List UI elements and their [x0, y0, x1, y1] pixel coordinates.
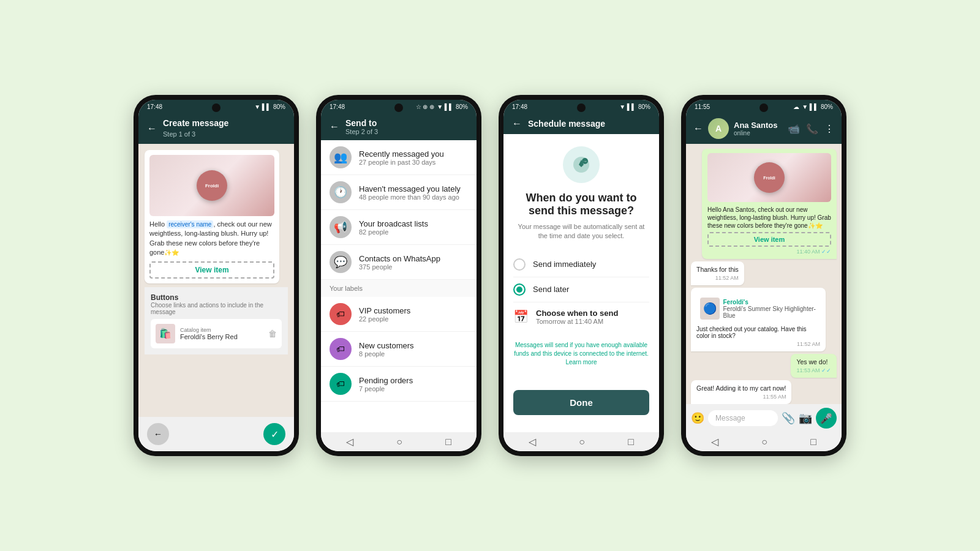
buttons-desc: Choose links and actions to include in t…	[151, 302, 282, 315]
vip-info: VIP customers 22 people	[359, 306, 410, 323]
phone-1-notch	[212, 103, 221, 112]
android-back[interactable]: ◁	[346, 436, 353, 448]
recently-info: Recently messaged you 27 people in past …	[359, 149, 444, 166]
send-immediately-option[interactable]: Send immediately	[513, 252, 649, 277]
send-to-contacts[interactable]: 💬 Contacts on WhatsApp 375 people	[321, 245, 477, 280]
phone-3-battery: 80%	[638, 103, 650, 110]
chat-message-in-3: Great! Adding it to my cart now! 11:55 A…	[691, 380, 791, 404]
message-bubble: Froldi Hello receiver's name, check out …	[145, 150, 279, 283]
vip-title: VIP customers	[359, 306, 410, 315]
phone-4-icons: ☁	[793, 103, 799, 110]
later-label: Send later	[533, 285, 569, 294]
phone-2-footer: ◁ ○ □	[321, 432, 477, 451]
phone-3-signal: ▼ ▌▌	[619, 103, 636, 110]
schedule-note-text: Messages will send if you have enough av…	[514, 342, 649, 357]
label-new[interactable]: 🏷 New customers 8 people	[321, 332, 477, 367]
phone-1-time: 17:48	[147, 103, 162, 110]
later-radio[interactable]	[513, 283, 526, 296]
catalog-thumb: 🛍️	[156, 324, 175, 343]
label-pending[interactable]: 🏷 Pending orders 7 people	[321, 367, 477, 402]
phone-2-status-right: ☆ ⊕ ⊕ ▼ ▌▌ 80%	[416, 103, 468, 110]
receiver-chip: receiver's name	[167, 220, 213, 228]
camera-icon[interactable]: 📷	[799, 411, 812, 425]
view-item-button[interactable]: View item	[149, 261, 274, 279]
phone-3-content: → When do you want to send this message?…	[503, 134, 659, 432]
android-recent[interactable]: □	[445, 437, 451, 448]
phone-4-chat: Froldi Hello Ana Santos, check out our n…	[686, 144, 842, 404]
learn-more-link[interactable]: Learn more	[565, 359, 597, 365]
stars-emoji: ✨⭐	[164, 249, 179, 256]
in-text-3: Great! Adding it to my cart now!	[696, 384, 786, 392]
phone-call-icon[interactable]: 📞	[806, 123, 818, 135]
mic-button[interactable]: 🎤	[816, 408, 837, 429]
more-options-icon[interactable]: ⋮	[824, 123, 834, 135]
phone-1-header: ← Create message Step 1 of 3	[138, 113, 294, 144]
schedule-question: When do you want to send this message?	[513, 192, 649, 217]
phone-4-back-icon[interactable]: ←	[693, 123, 703, 134]
phone-3-screen: 17:48 ▼ ▌▌ 80% ← Schedule message →	[503, 100, 659, 451]
phone4-home[interactable]: ○	[761, 437, 767, 448]
phone-2-title: Send to	[345, 118, 378, 128]
send-to-recently[interactable]: 👥 Recently messaged you 27 people in pas…	[321, 140, 477, 175]
delete-icon[interactable]: 🗑	[268, 329, 277, 339]
product-circle: Froldi	[197, 170, 227, 201]
catalog-name: Feroldi's Berry Red	[180, 333, 263, 340]
message-input[interactable]: Message	[708, 410, 778, 426]
pending-subtitle: 7 people	[359, 385, 413, 392]
choose-date-row[interactable]: 📅 Choose when to send Tomorrow at 11:40 …	[513, 302, 649, 331]
phone-2-notch	[394, 103, 403, 112]
contact-status: online	[734, 130, 778, 137]
havent-title: Haven't messaged you lately	[359, 184, 461, 193]
phone-2-content[interactable]: 👥 Recently messaged you 27 people in pas…	[321, 140, 477, 432]
phone-1-title: Create message	[163, 118, 228, 128]
phone-2-back-icon[interactable]: ←	[330, 121, 339, 132]
chat-time-1: 11:40 AM ✓✓	[707, 249, 831, 255]
android-home[interactable]: ○	[396, 437, 402, 448]
phone3-recent[interactable]: □	[628, 437, 634, 448]
phone3-back[interactable]: ◁	[529, 436, 536, 448]
message-text-start: Hello	[149, 220, 167, 228]
send-to-broadcast[interactable]: 📢 Your broadcast lists 82 people	[321, 210, 477, 245]
label-vip[interactable]: 🏷 VIP customers 22 people	[321, 297, 477, 332]
phone-4-signal: ▼ ▌▌	[802, 103, 818, 110]
phone-3-back-icon[interactable]: ←	[512, 118, 522, 129]
chat-time-3: 11:52 AM	[696, 341, 820, 347]
video-call-icon[interactable]: 📹	[788, 123, 800, 135]
phone4-back[interactable]: ◁	[711, 436, 718, 448]
svg-text:→: →	[583, 159, 587, 163]
emoji-icon[interactable]: 🙂	[691, 411, 704, 425]
back-nav-button[interactable]: ←	[147, 423, 169, 445]
phone-4-action-icons: 📹 📞 ⋮	[788, 123, 834, 135]
phone-4-battery: 80%	[821, 103, 833, 110]
attach-icon[interactable]: 📎	[782, 411, 795, 425]
phone-2-screen: 17:48 ☆ ⊕ ⊕ ▼ ▌▌ 80% ← Send to Step 2 of…	[321, 100, 477, 451]
send-later-option[interactable]: Send later	[513, 277, 649, 302]
phone-3-notch	[577, 103, 586, 112]
message-text: Hello receiver's name, check out our new…	[149, 220, 274, 258]
chat-message-in-2: 🔵 Feroldi's Feroldi's Summer Sky Highlig…	[691, 288, 826, 351]
recently-avatar: 👥	[330, 146, 352, 168]
phone-2-time: 17:48	[330, 103, 345, 110]
phone-1: 17:48 ▼ ▌▌ 80% ← Create message Step 1 o…	[134, 95, 299, 456]
done-button[interactable]: Done	[513, 390, 649, 415]
contacts-info: Contacts on WhatsApp 375 people	[359, 254, 440, 271]
immediately-radio[interactable]	[513, 258, 526, 271]
phone-3-nav: ◁ ○ □	[503, 432, 659, 451]
product-image: Froldi	[149, 155, 274, 216]
send-to-havent[interactable]: 🕐 Haven't messaged you lately 48 people …	[321, 175, 477, 210]
phone-1-content: Froldi Hello receiver's name, check out …	[138, 144, 294, 417]
product-circle-chat: Froldi	[754, 162, 785, 193]
chat-time-4: 11:53 AM ✓✓	[796, 367, 831, 373]
phone-3-header: ← Schedule message	[503, 113, 659, 134]
catalog-row: 🔵 Feroldi's Feroldi's Summer Sky Highlig…	[700, 298, 816, 320]
choose-date-label: Choose when to send	[536, 309, 618, 318]
phones-container: 17:48 ▼ ▌▌ 80% ← Create message Step 1 o…	[134, 95, 846, 456]
phone3-home[interactable]: ○	[579, 437, 585, 448]
next-nav-button[interactable]: ✓	[263, 423, 285, 445]
chat-out-text-1: Hello Ana Santos, check out our new weig…	[707, 206, 831, 230]
back-arrow-icon[interactable]: ←	[147, 123, 157, 134]
phone4-recent[interactable]: □	[810, 437, 816, 448]
chat-view-item-btn[interactable]: View item	[707, 232, 831, 247]
in-text-1: Thanks for this	[696, 266, 739, 273]
buttons-title: Buttons	[151, 293, 282, 302]
